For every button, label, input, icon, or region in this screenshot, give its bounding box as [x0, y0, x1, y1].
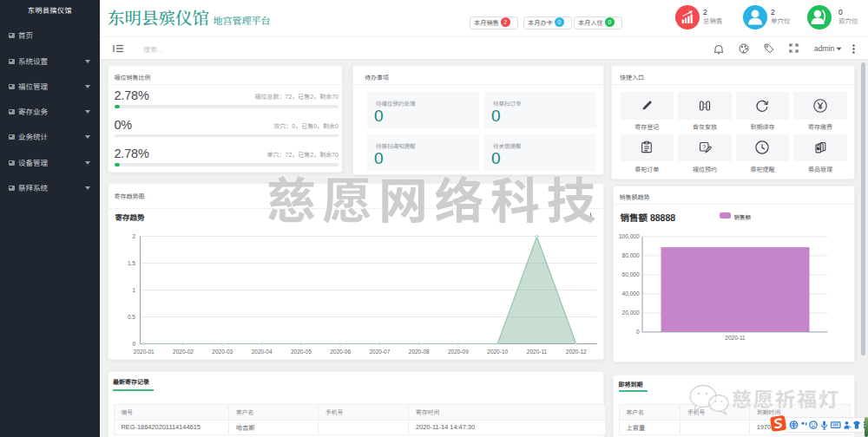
svg-text:2020-11: 2020-11 — [725, 335, 746, 341]
svg-text:2020-07: 2020-07 — [369, 349, 390, 355]
svg-text:40,000: 40,000 — [621, 290, 639, 297]
svg-text:2020-01: 2020-01 — [133, 349, 154, 355]
svg-text:60,000: 60,000 — [621, 271, 639, 277]
svg-text:2020-06: 2020-06 — [330, 349, 351, 355]
svg-text:2020-11: 2020-11 — [526, 349, 547, 355]
svg-text:1.5: 1.5 — [127, 260, 135, 266]
svg-text:2020-09: 2020-09 — [447, 349, 468, 355]
svg-text:2020-02: 2020-02 — [173, 349, 194, 355]
svg-text:2: 2 — [132, 233, 135, 239]
svg-text:2020-05: 2020-05 — [290, 349, 311, 355]
svg-text:0: 0 — [635, 329, 639, 335]
svg-text:2020-10: 2020-10 — [487, 349, 508, 355]
svg-text:0.5: 0.5 — [127, 314, 135, 320]
svg-text:100,000: 100,000 — [619, 233, 640, 239]
svg-text:2020-12: 2020-12 — [565, 349, 586, 355]
svg-text:1: 1 — [132, 287, 135, 293]
svg-text:2020-04: 2020-04 — [251, 349, 272, 355]
svg-text:20,000: 20,000 — [621, 310, 639, 316]
svg-text:2020-08: 2020-08 — [408, 349, 429, 355]
svg-text:?: ? — [702, 144, 706, 150]
svg-text:80,000: 80,000 — [621, 252, 639, 258]
svg-text:2020-03: 2020-03 — [212, 349, 233, 355]
svg-text:0: 0 — [132, 341, 135, 347]
